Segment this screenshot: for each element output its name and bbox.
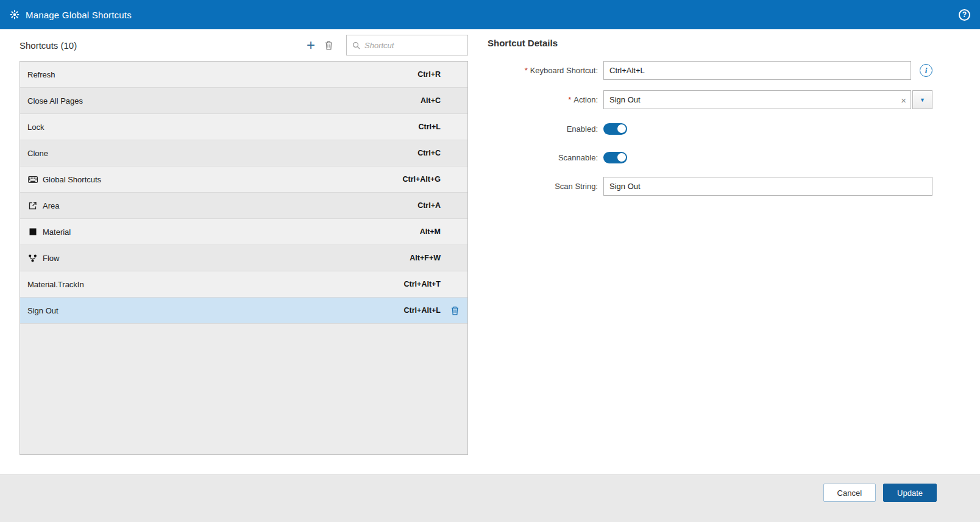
flow-icon — [27, 254, 38, 262]
action-row: *Action: × ▼ — [488, 90, 969, 109]
delete-shortcut-button[interactable] — [325, 41, 333, 50]
shortcuts-panel: Shortcuts (10) + Refresh — [20, 29, 468, 455]
scannable-label: Scannable: — [488, 153, 603, 162]
update-button[interactable]: Update — [883, 484, 937, 502]
delete-row-button[interactable] — [447, 306, 459, 315]
shortcut-label: Area — [43, 201, 59, 210]
scan-string-input[interactable] — [603, 177, 932, 196]
info-icon[interactable]: i — [920, 64, 932, 77]
enabled-label: Enabled: — [488, 124, 603, 134]
shortcut-label: Refresh — [27, 70, 55, 79]
cancel-button[interactable]: Cancel — [823, 484, 876, 502]
chevron-down-icon: ▼ — [920, 97, 925, 103]
page-title: Manage Global Shortcuts — [26, 10, 132, 20]
shortcut-keys: Ctrl+L — [419, 123, 441, 131]
action-label: *Action: — [488, 95, 603, 104]
shortcuts-actions: + — [307, 35, 468, 55]
scannable-toggle[interactable] — [603, 152, 627, 163]
shortcut-keys: Ctrl+Alt+G — [402, 175, 441, 184]
enabled-row: Enabled: — [488, 120, 969, 138]
shortcut-row[interactable]: Material Alt+M — [20, 219, 467, 245]
shortcut-row[interactable]: Refresh Ctrl+R — [20, 62, 467, 88]
scan-string-label: Scan String: — [488, 182, 603, 191]
shortcut-row[interactable]: Lock Ctrl+L — [20, 114, 467, 140]
material-icon — [27, 228, 38, 235]
shortcut-row[interactable]: Flow Alt+F+W — [20, 245, 467, 271]
shortcut-label: Sign Out — [27, 306, 59, 315]
shortcut-keys: Alt+F+W — [410, 254, 441, 262]
keyboard-icon — [27, 176, 38, 183]
shortcut-keys: Alt+C — [421, 96, 441, 105]
shortcut-label: Global Shortcuts — [43, 175, 101, 184]
clear-icon[interactable]: × — [901, 95, 906, 104]
title-bar: Manage Global Shortcuts ? — [0, 0, 980, 29]
shortcut-keys: Ctrl+C — [417, 149, 441, 157]
footer-bar: Cancel Update — [0, 474, 980, 522]
trash-icon — [325, 41, 333, 50]
action-input[interactable] — [603, 90, 911, 109]
shortcut-label: Flow — [43, 254, 59, 263]
shortcut-keys: Ctrl+Alt+T — [404, 280, 441, 288]
trash-icon — [451, 306, 459, 315]
add-shortcut-button[interactable]: + — [307, 39, 315, 51]
help-icon[interactable]: ? — [959, 9, 970, 21]
shortcut-details-panel: Shortcut Details *Keyboard Shortcut: i *… — [488, 29, 969, 206]
shortcut-row[interactable]: Global Shortcuts Ctrl+Alt+G — [20, 166, 467, 193]
search-input[interactable] — [364, 41, 462, 50]
shortcut-keys: Ctrl+R — [417, 70, 441, 79]
shortcut-label: Clone — [27, 149, 48, 158]
shortcut-row[interactable]: Clone Ctrl+C — [20, 140, 467, 166]
shortcut-search — [346, 35, 468, 55]
shortcut-list: Refresh Ctrl+R Close All Pages Alt+C Loc… — [20, 61, 468, 455]
shortcut-keys: Ctrl+A — [417, 201, 441, 210]
shortcut-label: Material.TrackIn — [27, 280, 84, 289]
shortcut-row-selected[interactable]: Sign Out Ctrl+Alt+L — [20, 298, 467, 324]
shortcut-row[interactable]: Material.TrackIn Ctrl+Alt+T — [20, 271, 467, 298]
shortcut-row[interactable]: Area Ctrl+A — [20, 193, 467, 219]
shortcut-label: Material — [43, 227, 71, 237]
keyboard-shortcut-row: *Keyboard Shortcut: i — [488, 61, 969, 80]
shortcut-keys: Alt+M — [420, 227, 441, 236]
shortcuts-count-title: Shortcuts (10) — [20, 40, 77, 51]
scannable-row: Scannable: — [488, 148, 969, 166]
keyboard-shortcut-input[interactable] — [603, 61, 911, 80]
shortcuts-panel-header: Shortcuts (10) + — [20, 29, 468, 61]
required-asterisk: * — [525, 66, 528, 75]
action-dropdown-button[interactable]: ▼ — [912, 90, 932, 109]
shortcut-keys: Ctrl+Alt+L — [404, 306, 441, 315]
enabled-toggle[interactable] — [603, 123, 627, 135]
shortcut-row[interactable]: Close All Pages Alt+C — [20, 88, 467, 114]
search-icon — [352, 41, 360, 49]
shortcut-label: Close All Pages — [27, 96, 83, 105]
scan-string-row: Scan String: — [488, 177, 969, 196]
required-asterisk: * — [568, 95, 571, 104]
action-combobox: × — [603, 90, 911, 109]
keyboard-shortcut-label: *Keyboard Shortcut: — [488, 66, 603, 75]
area-icon — [27, 202, 38, 210]
shortcut-label: Lock — [27, 123, 44, 132]
details-title: Shortcut Details — [488, 29, 969, 48]
shortcuts-app-icon — [10, 10, 20, 20]
